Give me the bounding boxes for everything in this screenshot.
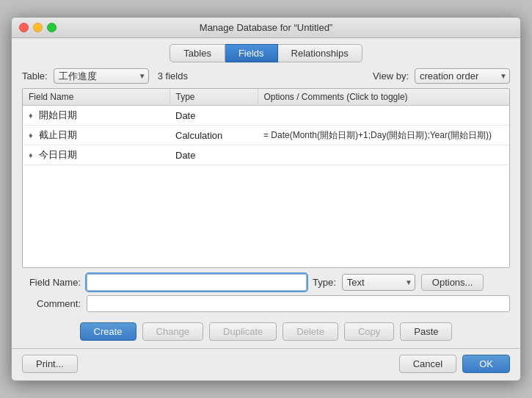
col-header-type[interactable]: Type [170,89,258,106]
table-row[interactable]: ♦ 截止日期 Calculation = Date(Month(開始日期)+1;… [23,126,509,145]
duplicate-button[interactable]: Duplicate [209,322,277,341]
field-name-row: Field Name: Type: TextNumberDateTimeTime… [22,274,510,291]
cancel-button[interactable]: Cancel [399,355,456,373]
comment-input[interactable] [87,295,510,312]
traffic-lights [19,23,57,32]
field-options-cell [258,106,509,126]
comment-row: Comment: [22,295,510,312]
type-label: Type: [313,277,336,288]
type-select[interactable]: TextNumberDateTimeTimestampContainerCalc… [342,274,415,291]
maximize-button[interactable] [47,23,57,32]
col-header-options[interactable]: Options / Comments (Click to toggle) [258,89,509,106]
viewby-select-wrapper: creation order ▼ [415,68,510,84]
copy-button[interactable]: Copy [344,322,394,341]
field-name-value: 今日日期 [39,148,77,162]
bottom-section: Field Name: Type: TextNumberDateTimeTime… [12,268,520,348]
toolbar-row: Table: 工作進度 ▼ 3 fields View by: creation… [22,68,510,84]
delete-button[interactable]: Delete [283,322,338,341]
title-bar: Manage Database for “Untitled” [12,18,520,38]
table-row[interactable]: ♦ 開始日期 Date [23,106,509,126]
action-buttons-row: Create Change Duplicate Delete Copy Past… [22,316,510,348]
table-header-row: Field Name Type Options / Comments (Clic… [23,89,509,106]
print-button[interactable]: Print... [22,355,78,373]
field-name-value: 截止日期 [39,129,77,142]
tab-fields[interactable]: Fields [225,44,278,62]
type-select-wrapper: TextNumberDateTimeTimestampContainerCalc… [342,274,415,291]
viewby-select[interactable]: creation order [415,68,510,84]
field-name-label: Field Name: [22,277,81,288]
table-row[interactable]: ♦ 今日日期 Date [23,145,509,165]
table-select[interactable]: 工作進度 [54,68,149,84]
table-select-wrapper: 工作進度 ▼ [54,68,149,84]
manage-database-window: Manage Database for “Untitled” Tables Fi… [11,17,521,381]
tabs-bar: Tables Fields Relationships [12,38,520,62]
field-name-cell: ♦ 開始日期 [23,106,170,126]
paste-button[interactable]: Paste [400,322,452,341]
field-name-cell: ♦ 今日日期 [23,145,170,165]
ok-button[interactable]: OK [462,355,510,373]
field-name-value: 開始日期 [39,109,77,122]
minimize-button[interactable] [33,23,43,32]
field-name-input[interactable] [87,274,307,291]
content-area: Table: 工作進度 ▼ 3 fields View by: creation… [12,62,520,268]
fields-table-container: Field Name Type Options / Comments (Clic… [22,88,510,268]
field-row-icon: ♦ [29,151,33,159]
create-button[interactable]: Create [80,322,136,341]
footer-row: Print... Cancel OK [12,348,520,380]
field-row-icon: ♦ [29,111,33,120]
comment-label: Comment: [22,298,81,309]
col-header-fieldname[interactable]: Field Name [23,89,170,106]
fields-count: 3 fields [158,70,367,82]
viewby-label: View by: [373,70,409,82]
field-options-cell: = Date(Month(開始日期)+1;Day(開始日期);Year(開始日期… [258,126,509,145]
tab-relationships[interactable]: Relationships [278,44,362,62]
field-name-cell: ♦ 截止日期 [23,126,170,145]
fields-table: Field Name Type Options / Comments (Clic… [23,89,509,165]
field-type-cell: Date [170,145,258,165]
fields-tbody: ♦ 開始日期 Date ♦ 截止日期 Calculation = Date(Mo… [23,106,509,165]
field-type-cell: Calculation [170,126,258,145]
field-type-cell: Date [170,106,258,126]
field-row-icon: ♦ [29,131,33,140]
options-button[interactable]: Options... [421,274,484,291]
window-title: Manage Database for “Untitled” [200,22,332,33]
close-button[interactable] [19,23,29,32]
tab-tables[interactable]: Tables [170,44,225,62]
table-label: Table: [22,70,48,82]
footer-right: Cancel OK [399,355,510,373]
change-button[interactable]: Change [142,322,204,341]
field-options-cell [258,145,509,165]
